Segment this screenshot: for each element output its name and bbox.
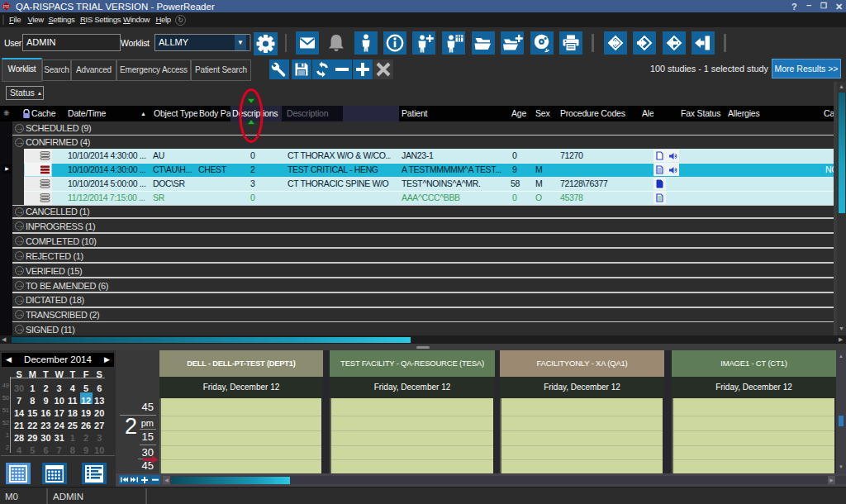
svg-text:PR: PR xyxy=(3,4,10,9)
